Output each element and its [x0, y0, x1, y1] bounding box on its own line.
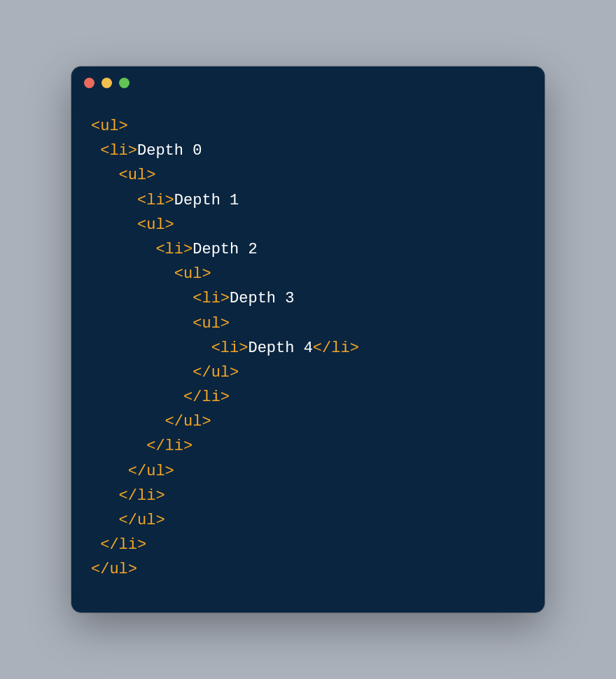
- code-block: <ul> <li>Depth 0 <ul> <li>Depth 1 <ul> <…: [71, 99, 545, 602]
- close-icon[interactable]: [84, 78, 94, 88]
- html-tag: </ul>: [91, 561, 137, 578]
- text-content: Depth 0: [137, 142, 202, 160]
- text-content: Depth 3: [230, 290, 294, 307]
- html-tag: </ul>: [91, 413, 211, 430]
- html-tag: <li>: [91, 340, 248, 357]
- html-tag: </li>: [91, 536, 146, 554]
- html-tag: </li>: [91, 388, 230, 406]
- html-tag: </li>: [313, 340, 359, 357]
- code-window: <ul> <li>Depth 0 <ul> <li>Depth 1 <ul> <…: [71, 66, 545, 612]
- maximize-icon[interactable]: [119, 78, 130, 88]
- text-content: Depth 2: [192, 241, 257, 258]
- html-tag: <ul>: [91, 216, 174, 234]
- html-tag: </ul>: [91, 512, 165, 529]
- html-tag: <li>: [91, 290, 230, 307]
- html-tag: <ul>: [91, 315, 230, 332]
- html-tag: <li>: [91, 142, 137, 160]
- html-tag: </li>: [91, 487, 165, 505]
- html-tag: </ul>: [91, 364, 239, 382]
- html-tag: </ul>: [91, 463, 174, 480]
- titlebar: [71, 66, 545, 99]
- html-tag: <li>: [91, 192, 174, 209]
- html-tag: <ul>: [91, 118, 128, 135]
- html-tag: </li>: [91, 438, 192, 455]
- html-tag: <ul>: [91, 265, 211, 283]
- html-tag: <ul>: [91, 167, 155, 184]
- html-tag: <li>: [91, 241, 192, 258]
- text-content: Depth 4: [248, 340, 312, 357]
- minimize-icon[interactable]: [102, 78, 112, 88]
- text-content: Depth 1: [174, 192, 239, 209]
